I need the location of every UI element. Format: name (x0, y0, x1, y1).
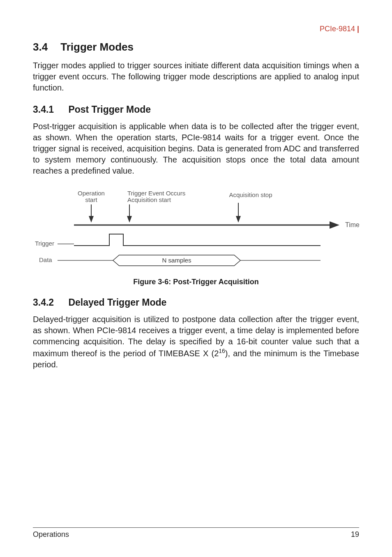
subsection-1-title: Post Trigger Mode (68, 104, 151, 115)
section-number: 3.4 (33, 41, 58, 53)
subsection-1-number: 3.4.1 (33, 104, 66, 115)
section-intro: Trigger modes applied to trigger sources… (33, 60, 359, 93)
sub2-body-sup: 16 (219, 348, 225, 354)
section-title: Trigger Modes (60, 41, 134, 53)
label-time: Time (345, 221, 359, 228)
subsection-1-heading: 3.4.1 Post Trigger Mode (33, 104, 359, 115)
header-product: PCIe-9814 | (33, 25, 359, 33)
figure-3-6: Operation start Trigger Event Occurs Acq… (33, 188, 359, 286)
timing-diagram: Operation start Trigger Event Occurs Acq… (33, 188, 359, 270)
subsection-1-body: Post-trigger acquisition is applicable w… (33, 121, 359, 176)
label-op-start-l1: Operation (78, 190, 105, 197)
page-footer: Operations 19 (33, 527, 359, 539)
label-trig-evt-l2: Acquisition start (127, 196, 171, 203)
subsection-2-heading: 3.4.2 Delayed Trigger Mode (33, 297, 359, 308)
figure-caption: Figure 3-6: Post-Trigger Acquisition (33, 278, 359, 286)
subsection-2-number: 3.4.2 (33, 297, 66, 308)
subsection-2-body: Delayed-trigger acquisition is utilized … (33, 314, 359, 370)
label-trig-evt-l1: Trigger Event Occurs (127, 190, 185, 197)
label-op-start-l2: start (85, 196, 97, 203)
footer-page-number: 19 (351, 530, 359, 539)
header-bar: | (355, 25, 359, 33)
label-trigger: Trigger (35, 240, 54, 247)
label-acq-stop: Acquisition stop (229, 191, 272, 198)
product-code: PCIe-9814 (320, 25, 355, 33)
label-nsamples: N samples (162, 257, 191, 264)
trigger-waveform (74, 234, 321, 246)
footer-left: Operations (33, 530, 69, 539)
subsection-2-title: Delayed Trigger Mode (68, 297, 166, 308)
label-data: Data (39, 256, 52, 263)
section-heading: 3.4 Trigger Modes (33, 41, 359, 53)
